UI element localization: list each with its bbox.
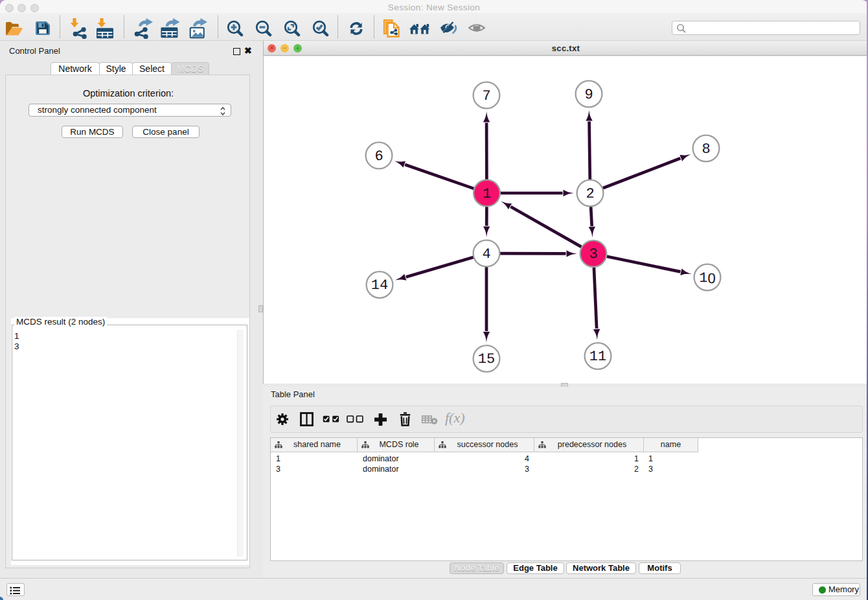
svg-text:7: 7 (482, 88, 490, 104)
svg-text:11: 11 (589, 349, 606, 365)
svg-text:4: 4 (482, 246, 490, 262)
svg-text:15: 15 (478, 351, 495, 367)
svg-text:14: 14 (371, 277, 388, 294)
svg-text:6: 6 (374, 148, 383, 165)
svg-text:10: 10 (699, 270, 715, 286)
svg-text:3: 3 (589, 246, 597, 262)
svg-text:2: 2 (586, 186, 594, 202)
svg-text:8: 8 (702, 141, 710, 157)
svg-text:1: 1 (483, 186, 491, 202)
svg-text:9: 9 (584, 87, 593, 103)
